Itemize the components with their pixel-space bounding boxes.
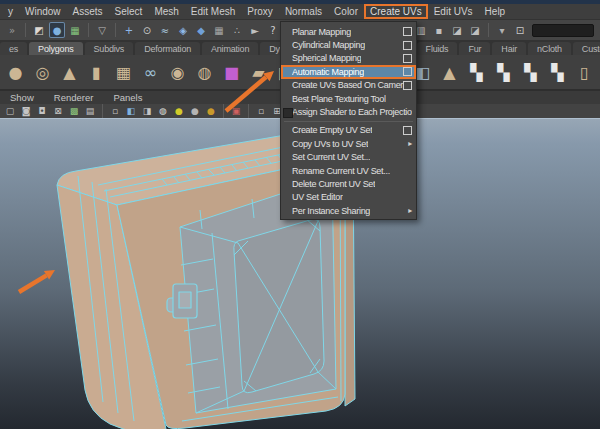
shelf-tab-fur[interactable]: Fur [459,42,490,55]
menu-window[interactable]: Window [19,5,67,18]
shelf-tab-ncloth[interactable]: nCloth [528,42,571,55]
shelf-tab-subdivs[interactable]: Subdivs [85,42,134,55]
glasses-icon[interactable]: ∞ [138,59,163,85]
input-connections-icon[interactable]: ► [247,22,263,38]
menu-help[interactable]: Help [479,5,512,18]
menu-item-create-empty-uv-set[interactable]: Create Empty UV Set [281,124,416,137]
menu-select[interactable]: Select [109,5,149,18]
menu-item-cylindrical-mapping[interactable]: Cylindrical Mapping [281,38,416,51]
menu-assets[interactable]: Assets [67,5,109,18]
menu-normals[interactable]: Normals [279,5,328,18]
menu-item-label: Spherical Mapping [292,53,361,63]
poly-cylinder-icon[interactable]: ▮ [84,59,109,85]
shelf-tab-hair[interactable]: Hair [492,42,526,55]
snap-to-planes-icon[interactable]: ◆ [193,22,209,38]
toggle-checkbox[interactable] [283,108,293,118]
poly-plane-icon[interactable]: ▰ [246,59,271,85]
textured-mode-icon[interactable]: ◨ [140,105,154,117]
menu-item-per-instance-sharing[interactable]: Per Instance Sharing▸ [281,204,416,217]
cylindrical-mapping-checker-icon[interactable]: ▚ [464,59,489,85]
particles-icon[interactable]: ∴ [229,22,245,38]
menu-item-uv-set-editor[interactable]: UV Set Editor [281,191,416,204]
menu-item-best-plane-texturing-tool[interactable]: Best Plane Texturing Tool [281,92,416,105]
2d-pan-zoom-icon[interactable]: ▩ [67,105,81,117]
make-live-icon[interactable]: ▦ [211,22,227,38]
select-camera-icon[interactable]: ▢ [3,105,17,117]
poly-cone-icon[interactable]: ▲ [57,59,82,85]
panel-menu-renderer[interactable]: Renderer [44,92,104,103]
quick-select-input[interactable] [532,24,594,37]
menu-item-spherical-mapping[interactable]: Spherical Mapping [281,52,416,65]
menu-item-planar-mapping[interactable]: Planar Mapping [281,25,416,38]
menu-item-delete-current-uv-set[interactable]: Delete Current UV Set [281,177,416,190]
poly-sphere-icon[interactable]: ● [3,59,28,85]
snap-to-curves-icon[interactable]: ≈ [157,22,173,38]
flat-light-icon[interactable]: ● [188,105,202,117]
model-x-panel[interactable] [234,219,324,392]
menu-y[interactable]: y [2,5,19,18]
lasso-select-icon[interactable]: ⊙ [139,22,155,38]
select-component-icon[interactable]: ▦ [67,22,83,38]
smooth-sphere-icon[interactable]: ◉ [165,59,190,85]
bookmark-icon[interactable]: ◘ [35,105,49,117]
keyframe-clapper-icon[interactable]: ◪ [449,22,465,38]
snap-to-points-icon[interactable]: ◈ [175,22,191,38]
move-uv-shell-checker-icon[interactable]: ▚ [545,59,570,85]
option-box-icon[interactable] [403,67,412,76]
option-box-icon[interactable] [403,27,412,36]
menu-item-set-current-uv-set[interactable]: Set Current UV Set... [281,151,416,164]
wire-sphere-icon[interactable]: ◍ [192,59,217,85]
poly-cube-stack-icon[interactable]: ▦ [111,59,136,85]
subdiv-cube-icon[interactable]: ■ [219,59,244,85]
menu-item-copy-uvs-to-uv-set[interactable]: Copy UVs to UV Set▸ [281,137,416,150]
option-box-icon[interactable] [403,81,412,90]
option-box-icon[interactable] [403,126,412,135]
grease-pencil-icon[interactable]: ▤ [83,105,97,117]
sequence-clapper-icon[interactable]: ◪ [467,22,483,38]
shelf-icons-left: ●◎▲▮▦∞◉◍■▰◪▱ [2,59,326,85]
automatic-mapping-checker-icon[interactable]: ▚ [518,59,543,85]
shelf-tab-animation[interactable]: Animation [202,42,258,55]
shelf-tab-fluids[interactable]: Fluids [417,42,458,55]
shaded-mode-icon[interactable]: ◧ [124,105,138,117]
select-object-icon[interactable]: ● [49,22,65,38]
panel-menu-panels[interactable]: Panels [103,92,152,103]
panel-menu-show[interactable]: Show [0,92,44,103]
camera-attributes-icon[interactable]: ◙ [19,105,33,117]
quick-select-box-icon[interactable]: ⊡ [512,22,528,38]
planar-mapping-icon[interactable]: ▲ [437,59,462,85]
menu-edit-uvs[interactable]: Edit UVs [428,5,479,18]
poly-torus-icon[interactable]: ◎ [30,59,55,85]
shelf-tab-deformation[interactable]: Deformation [135,42,200,55]
spherical-mapping-checker-icon[interactable]: ▚ [491,59,516,85]
select-hierarchy-icon[interactable]: ◩ [31,22,47,38]
option-box-icon[interactable] [403,41,412,50]
option-box-icon[interactable] [403,54,412,63]
selection-mask-icon[interactable]: ▽ [94,22,110,38]
default-light-icon[interactable]: ● [172,105,186,117]
wireframe-mode-icon[interactable]: ▫ [108,105,122,117]
menu-item-assign-shader-to-each-projection[interactable]: Assign Shader to Each Projection [281,105,416,118]
wire-on-shaded-icon[interactable]: ▫ [254,105,268,117]
menu-item-create-uvs-based-on-camera[interactable]: Create UVs Based On Camera [281,79,416,92]
image-plane-icon[interactable]: ⊠ [51,105,65,117]
shelf-tab-es[interactable]: es [0,42,27,55]
dropdown-arrow-icon[interactable]: ▾ [494,22,510,38]
shelf-tab-custom[interactable]: Custom [573,42,600,55]
all-lights-icon[interactable]: ● [204,105,218,117]
checker-ball-icon[interactable]: ◍ [156,105,170,117]
menu-proxy[interactable]: Proxy [241,5,279,18]
shelf-tab-polygons[interactable]: Polygons [29,42,82,55]
help-icon[interactable]: ? [265,22,281,38]
partial-shelf-icon[interactable]: ▯ [572,59,597,85]
menu-color[interactable]: Color [328,5,364,18]
snap-to-grid-icon[interactable]: + [121,22,137,38]
menu-mesh[interactable]: Mesh [148,5,184,18]
menu-item-automatic-mapping[interactable]: Automatic Mapping [281,65,416,78]
isolate-select-icon[interactable]: ▣ [229,105,243,117]
menu-edit-mesh[interactable]: Edit Mesh [185,5,241,18]
playblast-icon[interactable]: ▪ [431,22,447,38]
menu-create-uvs[interactable]: Create UVs [364,4,428,19]
collapse-arrows-icon[interactable]: » [4,22,20,38]
menu-item-rename-current-uv-set[interactable]: Rename Current UV Set... [281,164,416,177]
